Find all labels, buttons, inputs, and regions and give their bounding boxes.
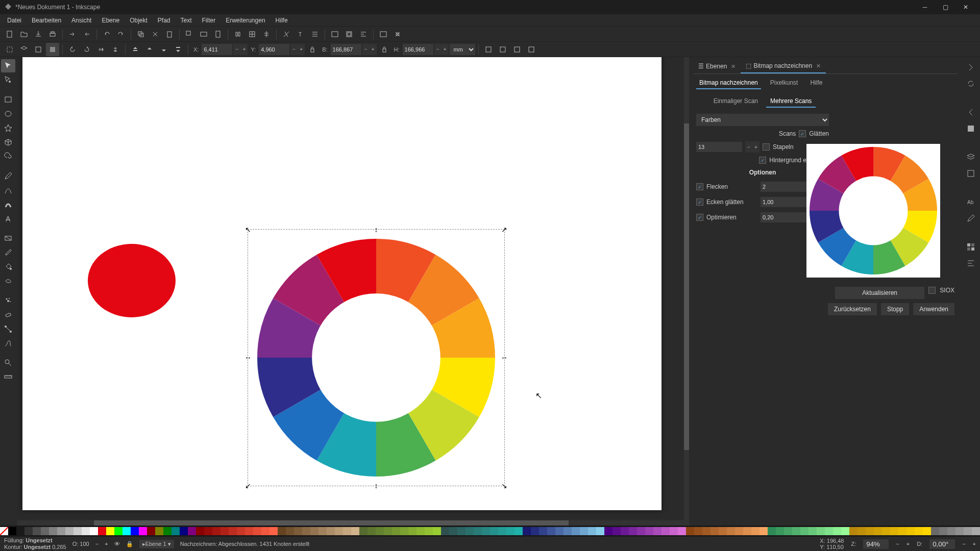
vertical-scrollbar[interactable] bbox=[684, 57, 689, 525]
x-input[interactable] bbox=[202, 44, 232, 55]
swatch[interactable] bbox=[457, 527, 465, 535]
bezier-tool-icon[interactable] bbox=[1, 184, 15, 197]
rotate-plus[interactable]: + bbox=[973, 541, 976, 547]
import-icon[interactable] bbox=[66, 28, 79, 41]
prefs-icon[interactable] bbox=[377, 28, 390, 41]
swatch[interactable] bbox=[220, 527, 229, 535]
ecken-check[interactable] bbox=[696, 198, 703, 206]
handle-tr[interactable]: ↗ bbox=[502, 227, 507, 232]
swatch[interactable] bbox=[237, 527, 245, 535]
save-icon[interactable] bbox=[32, 28, 45, 41]
swatch[interactable] bbox=[114, 527, 122, 535]
swatch[interactable] bbox=[74, 527, 82, 535]
stroke-width[interactable]: 0,265 bbox=[52, 544, 66, 550]
swatch[interactable] bbox=[49, 527, 57, 535]
swatch[interactable] bbox=[416, 527, 425, 535]
dockicon-swatch-icon[interactable] bbox=[964, 240, 978, 254]
swatch[interactable] bbox=[931, 527, 939, 535]
reset-button[interactable]: Zurücksetzen bbox=[828, 303, 877, 315]
swatch[interactable] bbox=[8, 527, 16, 535]
swatch[interactable] bbox=[139, 527, 147, 535]
vscroll-thumb[interactable] bbox=[684, 123, 689, 450]
swatch[interactable] bbox=[588, 527, 596, 535]
swatch[interactable] bbox=[180, 527, 188, 535]
deselect-icon[interactable] bbox=[32, 43, 45, 56]
swatch[interactable] bbox=[433, 527, 441, 535]
swatch[interactable] bbox=[172, 527, 180, 535]
handle-bm[interactable]: ↕ bbox=[374, 483, 379, 488]
handle-tl[interactable]: ↖ bbox=[246, 227, 251, 232]
scan-single[interactable]: Einmaliger Scan bbox=[709, 95, 762, 108]
swatch[interactable] bbox=[318, 527, 327, 535]
layers-icon[interactable] bbox=[342, 28, 356, 41]
connector-tool-icon[interactable] bbox=[1, 322, 15, 336]
text-tool-icon[interactable]: A bbox=[1, 212, 15, 226]
swatch[interactable] bbox=[604, 527, 612, 535]
handle-mr[interactable]: ↔ bbox=[502, 355, 507, 360]
update-button[interactable]: Aktualisieren bbox=[835, 287, 924, 299]
swatch[interactable] bbox=[792, 527, 800, 535]
swatch[interactable] bbox=[694, 527, 702, 535]
swatch[interactable] bbox=[686, 527, 694, 535]
rotate-ccw-icon[interactable] bbox=[66, 43, 79, 56]
swatch[interactable] bbox=[955, 527, 964, 535]
swatch[interactable] bbox=[188, 527, 196, 535]
new-icon[interactable] bbox=[3, 28, 16, 41]
swatch[interactable] bbox=[41, 527, 49, 535]
dockicon-obj-icon[interactable] bbox=[964, 166, 978, 181]
scan-multi[interactable]: Mehrere Scans bbox=[766, 95, 816, 108]
swatch[interactable] bbox=[849, 527, 857, 535]
flecken-input[interactable] bbox=[761, 182, 812, 192]
swatch[interactable] bbox=[906, 527, 915, 535]
ecken-input[interactable] bbox=[761, 197, 812, 207]
swatch[interactable] bbox=[596, 527, 604, 535]
swatch[interactable] bbox=[65, 527, 74, 535]
swatch[interactable] bbox=[555, 527, 564, 535]
select-all-icon[interactable] bbox=[3, 43, 16, 56]
align-icon[interactable] bbox=[357, 28, 370, 41]
swatch[interactable] bbox=[939, 527, 947, 535]
swatch[interactable] bbox=[857, 527, 866, 535]
swatch[interactable] bbox=[270, 527, 278, 535]
swatch[interactable] bbox=[245, 527, 253, 535]
lock-layer-icon[interactable]: 🔒 bbox=[126, 541, 133, 547]
swatch[interactable] bbox=[923, 527, 931, 535]
docprops-icon[interactable] bbox=[391, 28, 404, 41]
swatch[interactable] bbox=[947, 527, 955, 535]
stroke-value[interactable]: Ungesetzt bbox=[24, 544, 51, 550]
apply-button[interactable]: Anwenden bbox=[913, 303, 954, 315]
w-minus[interactable]: − bbox=[362, 44, 370, 55]
affect-corner-icon[interactable] bbox=[496, 43, 509, 56]
node-tool-icon[interactable] bbox=[1, 73, 15, 87]
measure-tool-icon[interactable] bbox=[1, 370, 15, 384]
swatch[interactable] bbox=[498, 527, 506, 535]
swatch[interactable] bbox=[212, 527, 220, 535]
swatch[interactable] bbox=[155, 527, 163, 535]
tab-trace-bitmap[interactable]: ⬚ Bitmap nachzeichnen ✕ bbox=[741, 59, 826, 73]
menu-datei[interactable]: Datei bbox=[2, 15, 27, 26]
duplicate-icon[interactable] bbox=[231, 28, 244, 41]
open-icon[interactable] bbox=[17, 28, 31, 41]
swatch[interactable] bbox=[90, 527, 98, 535]
swatch[interactable] bbox=[670, 527, 678, 535]
lpe-tool-icon[interactable] bbox=[1, 337, 15, 350]
y-plus[interactable]: + bbox=[298, 44, 305, 55]
swatch[interactable] bbox=[196, 527, 204, 535]
swatch[interactable] bbox=[547, 527, 555, 535]
swatch[interactable] bbox=[229, 527, 237, 535]
swatch-none[interactable] bbox=[0, 527, 8, 535]
swatch[interactable] bbox=[253, 527, 261, 535]
horizontal-scrollbar[interactable] bbox=[17, 520, 689, 525]
swatch[interactable] bbox=[645, 527, 653, 535]
swatch[interactable] bbox=[351, 527, 359, 535]
swatch[interactable] bbox=[122, 527, 131, 535]
swatch[interactable] bbox=[506, 527, 514, 535]
swatch[interactable] bbox=[898, 527, 906, 535]
lock-icon[interactable] bbox=[306, 43, 319, 56]
toggle-box-icon[interactable] bbox=[46, 43, 59, 56]
handle-br[interactable]: ↘ bbox=[502, 483, 507, 488]
swatch[interactable] bbox=[33, 527, 41, 535]
swatch[interactable] bbox=[343, 527, 351, 535]
swatch[interactable] bbox=[662, 527, 670, 535]
lower-icon[interactable] bbox=[157, 43, 170, 56]
